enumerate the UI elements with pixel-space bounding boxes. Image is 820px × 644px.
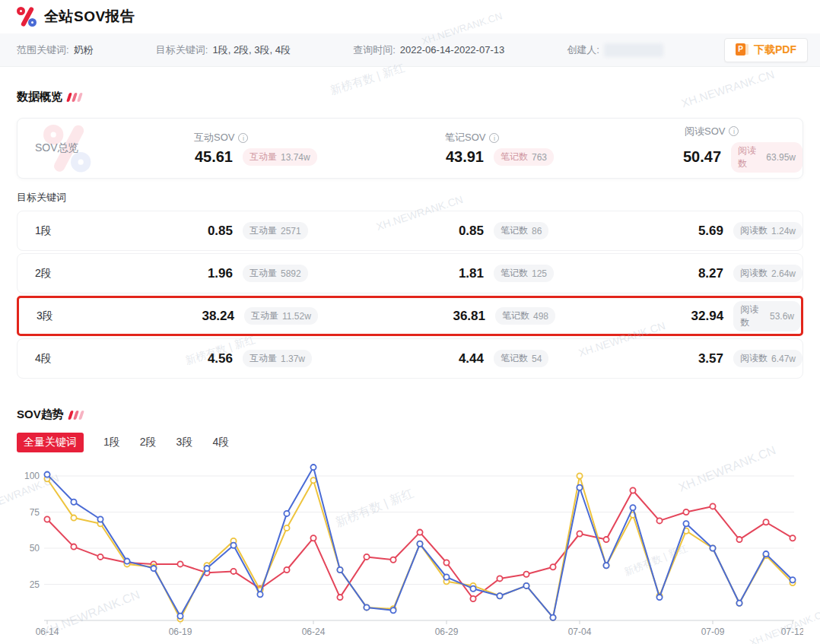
info-item: 创建人: — [567, 43, 663, 57]
data-point — [284, 567, 289, 573]
tab-all-keywords[interactable]: 全量关键词 — [17, 433, 84, 452]
badge-value: 5892 — [281, 268, 301, 279]
metric-cell: 4.44笔记数54 — [436, 350, 675, 367]
data-point — [97, 516, 103, 522]
keyword-row-highlighted: 3段38.24互动量11.52w36.81笔记数49832.94阅读数53.6w — [17, 296, 803, 336]
data-point — [97, 554, 103, 560]
info-icon[interactable]: i — [729, 126, 739, 136]
data-point — [337, 567, 342, 573]
info-item-label: 范围关键词: — [17, 43, 69, 57]
metric-cell: 43.91笔记数763 — [436, 148, 675, 166]
data-point — [257, 592, 262, 597]
data-point — [177, 614, 183, 619]
data-point — [230, 543, 236, 548]
metric-header: 互动SOVi — [194, 131, 436, 144]
keyword-row-grid: 3段38.24互动量11.52w36.81笔记数49832.94阅读数53.6w — [19, 298, 801, 334]
data-point — [790, 535, 795, 541]
download-pdf-label: 下载PDF — [754, 43, 796, 57]
trend-tabs: 全量关键词1段2段3段4段 — [17, 433, 803, 452]
badge-value: 86 — [532, 226, 542, 236]
badge-label: 阅读数 — [740, 224, 768, 237]
badge-label: 阅读数 — [740, 352, 768, 365]
data-point — [470, 586, 475, 592]
badge-value: 53.6w — [770, 311, 794, 322]
keyword-row-label: 1段 — [17, 224, 185, 238]
badge-label: 笔记数 — [501, 352, 528, 365]
metric-badge: 互动量2571 — [243, 222, 308, 240]
badge-label: 互动量 — [249, 151, 277, 163]
data-point — [630, 487, 635, 493]
metric-cell: 1.81笔记数125 — [436, 265, 675, 282]
keyword-row-grid: 4段4.56互动量1.37w4.44笔记数543.57阅读数6.47w — [17, 339, 803, 378]
red-slashes-icon — [69, 411, 83, 420]
data-point — [763, 551, 768, 557]
trend-line — [47, 476, 793, 619]
keyword-row: 2段1.96互动量58921.81笔记数1258.27阅读数2.64w — [17, 253, 803, 293]
sov-trend-chart: 25507510006-1406-1906-2406-2907-0407-090… — [17, 458, 803, 642]
info-item-value: 奶粉 — [74, 43, 94, 57]
trend-line-chart-svg: 25507510006-1406-1906-2406-2907-0407-090… — [17, 458, 803, 639]
metric-badge: 笔记数125 — [494, 265, 554, 282]
target-keywords-label: 目标关键词 — [17, 191, 803, 205]
badge-label: 笔记数 — [501, 267, 528, 280]
metric-value: 50.47 — [675, 148, 721, 166]
badge-label: 笔记数 — [501, 224, 528, 237]
metric-value: 4.44 — [436, 351, 484, 366]
badge-label: 阅读数 — [740, 267, 768, 280]
data-point — [656, 518, 662, 523]
data-point — [603, 537, 609, 542]
tab-4段[interactable]: 4段 — [212, 436, 229, 449]
info-item: 查询时间:2022-06-14-2022-07-13 — [353, 43, 504, 57]
tab-3段[interactable]: 3段 — [176, 436, 193, 449]
data-point — [364, 554, 369, 560]
overview-metric-column: 笔记SOVi43.91笔记数763 — [436, 131, 675, 166]
metric-badge: 笔记数498 — [495, 307, 555, 325]
metric-badge: 阅读数63.95w — [731, 142, 803, 173]
metric-header: 阅读SOVi — [685, 125, 803, 138]
info-icon[interactable]: i — [238, 133, 248, 143]
data-point — [763, 519, 768, 525]
metric-cell: 4.56互动量1.37w — [185, 350, 436, 367]
keyword-row-grid: 2段1.96互动量58921.81笔记数1258.27阅读数2.64w — [17, 254, 803, 293]
metric-cell: 0.85互动量2571 — [185, 222, 436, 240]
data-point — [204, 566, 209, 571]
creator-name-redacted — [604, 43, 663, 57]
badge-value: 2571 — [281, 226, 301, 236]
data-point — [284, 525, 289, 531]
red-slashes-icon — [68, 93, 81, 102]
tab-2段[interactable]: 2段 — [140, 436, 157, 449]
badge-value: 763 — [532, 152, 547, 163]
metric-value: 0.85 — [436, 224, 484, 239]
metric-badge: 笔记数86 — [494, 222, 548, 240]
keyword-row-label: 4段 — [17, 352, 185, 366]
data-point — [550, 564, 555, 569]
sov-report-page: { "header": { "title": "全站SOV报告" }, "inf… — [0, 0, 820, 644]
tab-1段[interactable]: 1段 — [103, 436, 120, 449]
x-axis-label: 07-04 — [568, 627, 592, 637]
data-point — [736, 601, 742, 606]
download-pdf-button[interactable]: P 下载PDF — [724, 38, 808, 62]
metric-cell: 50.47阅读数63.95w — [675, 142, 803, 173]
data-point — [310, 465, 316, 470]
y-axis-label: 25 — [30, 579, 40, 590]
metric-value: 32.94 — [677, 309, 723, 324]
metric-badge: 阅读数53.6w — [733, 301, 801, 332]
report-info-bar: 范围关键词:奶粉目标关键词:1段, 2段, 3段, 4段查询时间:2022-06… — [0, 33, 820, 67]
info-item: 目标关键词:1段, 2段, 3段, 4段 — [156, 43, 291, 57]
info-icon[interactable]: i — [489, 133, 499, 143]
data-point — [284, 511, 289, 516]
metric-badge: 阅读数1.24w — [733, 222, 803, 240]
metric-value: 45.61 — [185, 148, 233, 166]
badge-value: 13.74w — [281, 152, 310, 163]
x-axis-label: 07-12 — [781, 627, 803, 637]
data-point — [683, 509, 688, 515]
series-1-group — [44, 473, 795, 621]
data-point — [71, 516, 76, 521]
metric-cell: 1.96互动量5892 — [185, 265, 436, 282]
x-axis-label: 06-14 — [36, 627, 59, 637]
metric-value: 43.91 — [436, 148, 484, 166]
data-point — [230, 569, 236, 574]
data-point — [710, 503, 715, 509]
data-point — [417, 541, 422, 547]
info-item-value: 1段, 2段, 3段, 4段 — [212, 43, 291, 57]
